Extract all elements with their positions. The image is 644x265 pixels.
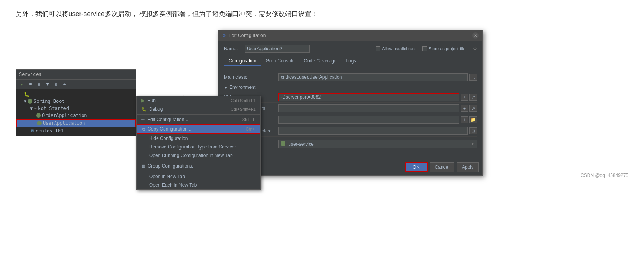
- toolbar-btn-3[interactable]: ▼: [44, 81, 51, 88]
- working-dir-browse-btn[interactable]: 📁: [469, 116, 477, 123]
- dialog-icon: ⚙: [222, 33, 226, 38]
- toolbar-btn-2[interactable]: ⊞: [35, 81, 42, 88]
- working-dir-add-btn[interactable]: +: [461, 116, 468, 123]
- form-section: Main class: cn.itcast.user.UserApplicati…: [224, 70, 477, 152]
- play-icon: ▶: [141, 98, 145, 103]
- ctx-divider-2: [137, 161, 260, 161]
- expand-icon-2: ▼: [30, 106, 33, 111]
- tab-grep-console[interactable]: Grep Console: [261, 57, 299, 66]
- tree-item-userapplication[interactable]: UserApplication: [16, 119, 136, 127]
- allow-parallel-label: Allow parallel run: [382, 46, 415, 51]
- spring-icon: [28, 99, 32, 104]
- classpath-dropdown[interactable]: user-service ▼: [278, 140, 477, 148]
- main-class-value: cn.itcast.user.UserApplication: [278, 73, 468, 81]
- dialog-title: Edit Configuration: [229, 33, 266, 38]
- name-label: Name:: [224, 46, 241, 51]
- tree-item-centos[interactable]: 🖥 centos-101: [16, 127, 136, 134]
- tree-item-bug[interactable]: 🐛: [16, 91, 136, 98]
- services-title: Services: [19, 72, 42, 77]
- vm-options-expand-btn[interactable]: ↗: [469, 94, 477, 101]
- ctx-editconfig-label: Edit Configuration...: [147, 117, 188, 122]
- tab-logs[interactable]: Logs: [341, 57, 361, 66]
- orderapplication-label: OrderApplication: [42, 113, 87, 118]
- vm-options-add-btn[interactable]: +: [461, 94, 468, 101]
- userapplication-label: UserApplication: [43, 120, 85, 126]
- ctx-openrunning-label: Open Running Configuration in New Tab: [149, 153, 233, 158]
- services-tree: 🐛 ▼ Spring Boot ▼ ✂ Not Started: [16, 89, 136, 136]
- top-description: 另外，我们可以将user-service多次启动， 模拟多实例部署，但为了避免端…: [16, 9, 628, 18]
- server-icon: 🖥: [30, 129, 34, 134]
- working-dir-input[interactable]: [278, 116, 459, 124]
- working-dir-row: Working directory: + 📁: [224, 114, 477, 125]
- ctx-groupconfig-label: Group Configurations...: [148, 163, 196, 169]
- store-project-checkbox[interactable]: Store as project file: [422, 46, 465, 51]
- services-toolbar: ▶ ≡ ⊞ ▼ ⊟ +: [16, 80, 136, 89]
- ctx-removeconfig-label: Remove Configuration Type from Service:: [149, 144, 236, 150]
- run-toolbar-btn[interactable]: ▶: [18, 81, 25, 88]
- program-args-input[interactable]: [278, 104, 459, 112]
- ctx-open-each[interactable]: Open Each in New Tab: [137, 181, 260, 189]
- left-section: Services ▶ ≡ ⊞ ▼ ⊟ + 🐛: [16, 69, 136, 136]
- env-vars-browse-btn[interactable]: ⊞: [469, 127, 477, 134]
- toolbar-btn-1[interactable]: ≡: [27, 81, 34, 88]
- ctx-run-label: Run: [147, 98, 156, 103]
- ctx-edit-config[interactable]: ✏ Edit Configuration... Shift+F: [137, 115, 260, 124]
- ctx-open-running[interactable]: Open Running Configuration in New Tab: [137, 151, 260, 160]
- main-class-label: Main class:: [224, 74, 278, 80]
- ctx-open-new-tab[interactable]: Open in New Tab: [137, 172, 260, 181]
- toolbar-btn-5[interactable]: +: [61, 81, 68, 88]
- toolbar-btn-4[interactable]: ⊟: [53, 81, 60, 88]
- tree-item-notstarted[interactable]: ▼ ✂ Not Started: [16, 105, 136, 112]
- allow-parallel-cb-box: [376, 46, 380, 51]
- vm-options-input[interactable]: -Dserver.port=8082: [278, 93, 459, 101]
- ctx-remove-config[interactable]: Remove Configuration Type from Service:: [137, 143, 260, 151]
- ctx-group-config[interactable]: ▦ Group Configurations...: [137, 162, 260, 170]
- context-menu: ▶ Run Ctrl+Shift+F1 🐛 Debug Ctrl+Shift+F…: [136, 96, 261, 190]
- ok-button[interactable]: OK: [405, 162, 427, 172]
- program-args-expand-btn[interactable]: ↗: [469, 105, 477, 112]
- tree-item-orderapplication[interactable]: OrderApplication: [16, 112, 136, 119]
- ctx-run[interactable]: ▶ Run Ctrl+Shift+F1: [137, 96, 260, 105]
- expand-icon: ▼: [24, 99, 26, 104]
- tab-configuration[interactable]: Configuration: [224, 57, 261, 66]
- tree-item-springboot[interactable]: ▼ Spring Boot: [16, 98, 136, 105]
- ctx-copyconfig-shortcut: Ctrl+: [246, 127, 255, 131]
- env-chevron: ▼: [224, 85, 228, 90]
- bug-icon: 🐛: [24, 92, 30, 97]
- cancel-button[interactable]: Cancel: [430, 162, 454, 172]
- notstarted-label: Not Started: [38, 106, 69, 111]
- dialog-close-button[interactable]: ✕: [472, 32, 479, 39]
- dialog-titlebar: ⚙ Edit Configuration ✕: [218, 30, 482, 41]
- ctx-debug[interactable]: 🐛 Debug Ctrl+Shift+F1: [137, 105, 260, 113]
- classpath-value: user-service: [288, 141, 313, 147]
- tab-code-coverage[interactable]: Code Coverage: [299, 57, 341, 66]
- footer-buttons: OK Cancel Apply: [405, 162, 479, 172]
- ctx-run-shortcut: Ctrl+Shift+F1: [231, 98, 256, 103]
- main-class-browse-btn[interactable]: ...: [469, 74, 477, 81]
- ctx-divider-1: [137, 114, 260, 115]
- main-class-row: Main class: cn.itcast.user.UserApplicati…: [224, 72, 477, 83]
- springboot-label: Spring Boot: [33, 99, 64, 104]
- environment-section-header[interactable]: ▼ Environment: [224, 83, 477, 92]
- watermark: CSDN @qq_45849275: [581, 173, 628, 178]
- env-vars-row: Environment variables: ⊞: [224, 125, 477, 137]
- allow-parallel-checkbox[interactable]: Allow parallel run: [376, 46, 415, 51]
- ctx-hide-config[interactable]: Hide Configuration: [137, 134, 260, 143]
- apply-button[interactable]: Apply: [457, 162, 479, 172]
- arrow-icon: ✂: [34, 106, 37, 111]
- name-input[interactable]: [245, 45, 310, 53]
- ctx-debug-label: Debug: [149, 106, 163, 112]
- ctx-hideconfig-label: Hide Configuration: [149, 136, 188, 141]
- program-args-add-btn[interactable]: +: [461, 105, 468, 112]
- group-icon: ▦: [141, 164, 145, 169]
- gear-settings-icon[interactable]: ⚙: [473, 46, 477, 51]
- services-title-bar: Services: [16, 70, 136, 80]
- ctx-divider-3: [137, 171, 260, 171]
- ctx-copy-config[interactable]: ⧉ Copy Configuration... Ctrl+: [137, 124, 260, 134]
- program-args-row: Program arguments: + ↗: [224, 103, 477, 114]
- ctx-editconfig-shortcut: Shift+F: [242, 117, 256, 122]
- ctx-debug-shortcut: Ctrl+Shift+F1: [231, 107, 256, 111]
- copy-icon: ⧉: [142, 127, 145, 132]
- env-vars-input[interactable]: [278, 127, 468, 135]
- tabs-bar: Configuration Grep Console Code Coverage…: [224, 57, 477, 66]
